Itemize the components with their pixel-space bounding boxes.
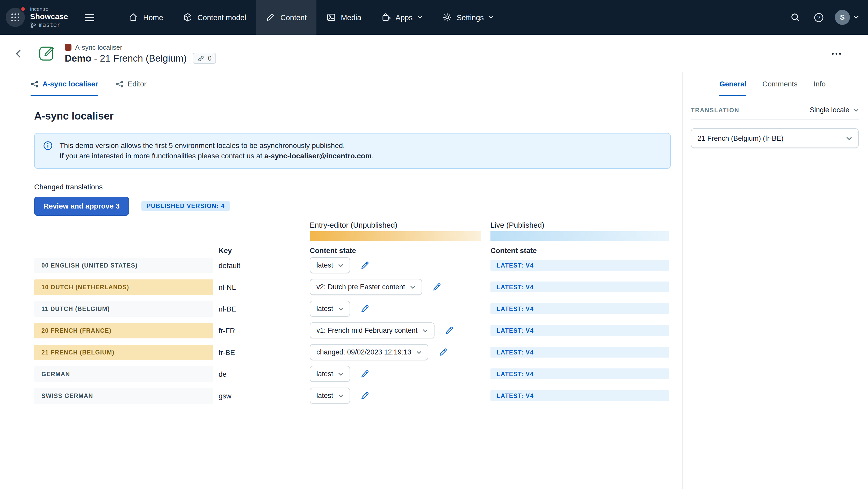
entry-titles: A-sync localiser Demo - 21 French (Belgi…	[65, 43, 216, 64]
table-row: GERMAN de latest LATEST: V4	[34, 363, 682, 385]
content-state-select[interactable]: changed: 09/02/2023 12:19:13	[310, 344, 428, 360]
svg-text:?: ?	[817, 14, 820, 20]
content-state-select[interactable]: v1: French mid February content	[310, 322, 435, 338]
nav-label-settings: Settings	[457, 13, 484, 22]
content-state-select[interactable]: latest	[310, 366, 350, 382]
nav-label-apps: Apps	[395, 13, 412, 22]
live-state-cell: LATEST: V4	[491, 282, 669, 292]
edit-button[interactable]	[360, 303, 370, 314]
back-button[interactable]	[11, 45, 25, 62]
tab-async-localiser[interactable]: A-sync localiser	[31, 72, 98, 96]
locale-key: nl-BE	[213, 304, 310, 313]
nav-item-settings[interactable]: Settings	[432, 0, 503, 35]
menu-button[interactable]	[85, 13, 95, 22]
edit-button[interactable]	[360, 260, 370, 270]
live-state-cell: LATEST: V4	[491, 303, 669, 314]
edit-button[interactable]	[360, 390, 370, 401]
live-state-cell: LATEST: V4	[491, 260, 669, 271]
tab-label-info: Info	[814, 80, 826, 88]
edit-button[interactable]	[360, 369, 370, 379]
column-header-state-entry: Content state	[310, 246, 491, 254]
table-row: 20 FRENCH (FRANCE) fr-FR v1: French mid …	[34, 320, 682, 341]
editor-icon	[116, 80, 124, 88]
locale-label: GERMAN	[34, 366, 213, 382]
tab-general[interactable]: General	[719, 72, 746, 96]
help-button[interactable]: ?	[809, 7, 829, 27]
tab-editor[interactable]: Editor	[116, 72, 147, 96]
search-icon	[790, 12, 800, 22]
locale-key: fr-FR	[213, 326, 310, 334]
nav-item-content[interactable]: Content	[256, 0, 317, 35]
pencil-icon	[361, 304, 369, 313]
tab-label-async: A-sync localiser	[42, 80, 98, 88]
chevron-down-icon	[846, 136, 852, 140]
more-actions-button[interactable]	[829, 47, 844, 60]
sidebar-divider	[691, 119, 859, 120]
nav-item-home[interactable]: Home	[119, 0, 173, 35]
nav-item-content-model[interactable]: Content model	[173, 0, 256, 35]
apps-icon	[381, 12, 391, 22]
group-header-entry: Entry-editor (Unpublished)	[310, 221, 491, 229]
links-count-chip[interactable]: 0	[193, 53, 216, 64]
account-menu-button[interactable]: S	[833, 10, 861, 25]
nav-label-media: Media	[341, 13, 361, 22]
translation-mode-select[interactable]: Single locale	[810, 106, 859, 114]
tab-label-comments: Comments	[762, 80, 797, 88]
title-row: Demo - 21 French (Belgium) 0	[65, 53, 216, 64]
chevron-down-icon	[338, 372, 344, 376]
content-model-icon	[183, 12, 193, 22]
review-approve-button[interactable]: Review and approve 3	[34, 196, 129, 216]
apps-grid-button[interactable]	[6, 8, 25, 27]
nav-item-media[interactable]: Media	[316, 0, 371, 35]
live-version-badge: LATEST: V4	[491, 368, 669, 379]
column-header-row: Key Content state Content state	[34, 246, 682, 254]
content-icon	[266, 12, 276, 22]
chevron-down-icon	[488, 15, 494, 19]
edit-button[interactable]	[431, 282, 442, 292]
tab-comments[interactable]: Comments	[762, 72, 797, 96]
content-state-select[interactable]: v2: Dutch pre Easter content	[310, 279, 422, 295]
locale-key: fr-BE	[213, 348, 310, 356]
live-version-badge: LATEST: V4	[491, 260, 669, 271]
column-header-key: Key	[213, 246, 310, 254]
group-bars-row	[34, 231, 682, 241]
search-button[interactable]	[785, 7, 805, 27]
live-state-cell: LATEST: V4	[491, 347, 669, 358]
nav-item-apps[interactable]: Apps	[371, 0, 432, 35]
entry-state-cell: latest	[310, 301, 491, 317]
translation-mode-value: Single locale	[810, 106, 849, 114]
pencil-icon	[361, 261, 369, 270]
chevron-left-icon	[15, 49, 22, 58]
content-state-select[interactable]: latest	[310, 257, 350, 273]
locale-label: 21 FRENCH (BELGIUM)	[34, 345, 213, 360]
main-nav: Home Content model Content Media Apps	[119, 0, 504, 35]
chevron-down-icon	[416, 351, 422, 354]
table-row: SWISS GERMAN gsw latest LATEST: V4	[34, 385, 682, 406]
locale-key: gsw	[213, 391, 310, 400]
locale-label: SWISS GERMAN	[34, 388, 213, 403]
help-icon: ?	[814, 12, 824, 23]
environment-name: master	[39, 22, 60, 29]
tab-info[interactable]: Info	[814, 72, 826, 96]
content-state-select[interactable]: latest	[310, 388, 350, 403]
tab-bar: A-sync localiser Editor General Comments…	[0, 72, 868, 96]
table-row: 10 DUTCH (NETHERLANDS) nl-NL v2: Dutch p…	[34, 276, 682, 298]
edit-button[interactable]	[438, 347, 448, 357]
locale-label: 11 DUTCH (BELGIUM)	[34, 301, 213, 317]
edit-button[interactable]	[444, 325, 454, 335]
chevron-down-icon	[854, 15, 859, 19]
translation-row: TRANSLATION Single locale	[691, 106, 859, 114]
pencil-icon	[445, 326, 454, 335]
chevron-down-icon	[417, 15, 422, 19]
locale-select[interactable]: 21 French (Belgium) (fr-BE)	[691, 128, 859, 148]
actions-row: Review and approve 3 PUBLISHED VERSION: …	[34, 196, 682, 216]
settings-icon	[442, 12, 452, 22]
app-mini-icon	[65, 44, 71, 51]
locale-select-value: 21 French (Belgium) (fr-BE)	[698, 134, 783, 142]
right-sidebar: TRANSLATION Single locale 21 French (Bel…	[682, 96, 868, 489]
info-note: This demo version allows the first 5 env…	[34, 133, 671, 168]
entry-state-cell: latest	[310, 388, 491, 403]
content-state-value: changed: 09/02/2023 12:19:13	[316, 348, 411, 356]
environment-row: master	[30, 22, 68, 29]
content-state-select[interactable]: latest	[310, 301, 350, 317]
